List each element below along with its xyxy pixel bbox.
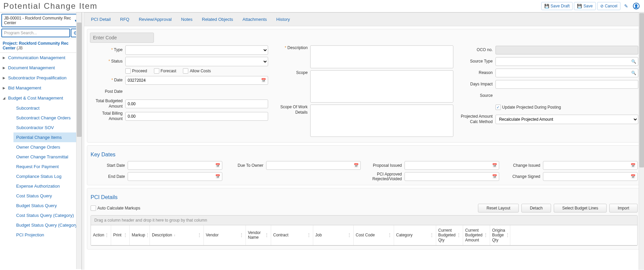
change-issued-input[interactable]	[543, 161, 638, 170]
total-billing-input[interactable]	[125, 112, 268, 121]
due-owner-input[interactable]	[266, 161, 361, 170]
column-header[interactable]: Vendor Name⋮	[246, 225, 271, 245]
column-header[interactable]: Current Budgeted Amount⋮	[463, 225, 490, 245]
sidebar-item[interactable]: Subcontract	[13, 103, 82, 113]
end-date-input[interactable]	[128, 172, 222, 181]
column-menu-icon[interactable]: ⋮	[456, 232, 461, 238]
tab[interactable]: History	[276, 16, 290, 23]
reason-input[interactable]	[495, 69, 638, 77]
cancel-button[interactable]: ⊘Cancel	[597, 2, 620, 10]
tab[interactable]: Related Objects	[202, 16, 233, 23]
column-header[interactable]: Job⋮	[313, 225, 354, 245]
project-selector[interactable]: JB-00001 - Rockford Community Rec Center…	[1, 14, 80, 27]
tab[interactable]: PCI Detail	[91, 16, 111, 23]
column-menu-icon[interactable]: ⋮	[123, 232, 127, 238]
sidebar-item[interactable]: Cost Status Query (Category)	[13, 210, 82, 220]
auto-calc-checkbox[interactable]: Auto Calculate Markups	[91, 205, 140, 211]
column-menu-icon[interactable]: ⋮	[104, 232, 109, 238]
days-impact-input[interactable]	[495, 80, 638, 89]
sidebar-item[interactable]: Expense Authorization	[13, 181, 82, 191]
column-menu-icon[interactable]: ⋮	[239, 232, 244, 238]
sidebar-item[interactable]: Request For Payment	[13, 162, 82, 171]
oco-input	[495, 46, 638, 54]
column-header[interactable]: Category⋮	[394, 225, 436, 245]
calc-method-select[interactable]: Recalculate Projected Amount	[495, 115, 638, 124]
description-textarea[interactable]	[310, 45, 453, 68]
column-header[interactable]: Markup⋮	[130, 225, 150, 245]
scope-textarea[interactable]	[310, 70, 453, 103]
project-link[interactable]: Project: Rockford Community Rec Center (…	[0, 39, 82, 53]
sidebar-item[interactable]: Subcontract Change Orders	[13, 113, 82, 123]
sidebar-item[interactable]: Owner Change Transmittal	[13, 152, 82, 162]
tab[interactable]: Notes	[181, 16, 193, 23]
sidebar-section[interactable]: ◢Budget & Cost Management	[0, 93, 82, 103]
column-menu-icon[interactable]: ⋮	[483, 232, 488, 238]
sidebar-item[interactable]: Cost Status Query	[13, 191, 82, 201]
date-input[interactable]	[125, 76, 268, 85]
enter-code-input[interactable]	[90, 33, 154, 43]
sidebar-item[interactable]: Budget Status Query (Category)	[13, 220, 82, 230]
update-projected-checkbox[interactable]: ✓Update Projected During Posting	[495, 105, 561, 110]
pci-details-title: PCI Details	[91, 194, 638, 200]
program-search-input[interactable]	[1, 29, 70, 37]
tab[interactable]: RFQ	[120, 16, 129, 23]
group-by-bar[interactable]: Drag a column header and drop it here to…	[91, 216, 637, 225]
sidebar-scrollbar[interactable]	[76, 12, 82, 269]
sidebar-section[interactable]: ▶Bid Management	[0, 83, 82, 93]
sidebar-item[interactable]: Subcontractor SOV	[13, 123, 82, 132]
status-select[interactable]	[125, 57, 268, 66]
column-menu-icon[interactable]: ⋮	[197, 232, 201, 238]
sidebar-section[interactable]: ▶Subcontractor Prequalification	[0, 73, 82, 83]
detach-button[interactable]: Detach	[521, 204, 551, 213]
column-menu-icon[interactable]: ⋮	[264, 232, 269, 238]
content-area: PCI DetailRFQReview/ApprovalNotesRelated…	[84, 12, 644, 270]
column-header[interactable]: Vendor⋮	[204, 225, 246, 245]
column-header[interactable]: Description ↑⋮	[150, 225, 204, 245]
proposal-issued-input[interactable]	[405, 161, 499, 170]
sidebar-section[interactable]: ▶Document Management	[0, 63, 82, 73]
edit-icon-button[interactable]: ✎	[622, 2, 631, 10]
sidebar: JB-00001 - Rockford Community Rec Center…	[0, 12, 82, 270]
arrow-right-icon: ▶	[3, 56, 7, 60]
type-select[interactable]	[125, 45, 268, 55]
column-menu-icon[interactable]: ⋮	[505, 232, 510, 238]
tab[interactable]: Attachments	[243, 16, 267, 23]
sidebar-item[interactable]: Budget Status Query	[13, 201, 82, 210]
source-type-input[interactable]	[495, 57, 638, 66]
column-header[interactable]: Current Budgeted Qty⋮	[436, 225, 463, 245]
column-header[interactable]: Origina Budge Qty⋮	[490, 225, 510, 245]
change-signed-input[interactable]	[543, 172, 638, 181]
column-menu-icon[interactable]: ⋮	[429, 232, 434, 238]
reset-layout-button[interactable]: Reset Layout	[478, 204, 519, 213]
sidebar-item[interactable]: Potential Change Items	[13, 132, 82, 142]
proceed-checkbox[interactable]: Proceed	[125, 68, 147, 74]
sidebar-item[interactable]: Compliance Status Log	[13, 171, 82, 181]
forecast-checkbox[interactable]: Forecast	[154, 68, 176, 74]
splitter[interactable]	[82, 12, 84, 270]
column-header[interactable]: Print⋮	[111, 225, 130, 245]
tab[interactable]: Review/Approval	[139, 16, 172, 23]
column-menu-icon[interactable]: ⋮	[145, 232, 150, 238]
user-icon: 👤	[633, 3, 640, 9]
start-date-input[interactable]	[128, 161, 222, 170]
sidebar-item[interactable]: PCI Projection	[13, 230, 82, 240]
scope-details-textarea[interactable]	[310, 105, 453, 137]
title-actions: 💾Save Draft 💾Save ⊘Cancel ✎ 👤	[541, 2, 641, 10]
column-header[interactable]: Cost Code⋮	[354, 225, 394, 245]
total-budgeted-input[interactable]	[125, 100, 268, 108]
content-scrollbar[interactable]	[639, 12, 644, 270]
select-budget-lines-button[interactable]: Select Budget Lines	[554, 204, 607, 213]
column-header[interactable]: Contract⋮	[271, 225, 313, 245]
save-draft-button[interactable]: 💾Save Draft	[541, 2, 573, 10]
save-button[interactable]: 💾Save	[574, 2, 595, 10]
column-header[interactable]: Action⋮	[91, 225, 111, 245]
column-menu-icon[interactable]: ⋮	[387, 232, 392, 238]
allow-costs-checkbox[interactable]: Allow Costs	[183, 68, 211, 74]
import-button[interactable]: Import	[609, 204, 638, 213]
user-icon-button[interactable]: 👤	[632, 2, 641, 10]
sidebar-section[interactable]: ▶Communication Management	[0, 53, 82, 63]
column-menu-icon[interactable]: ⋮	[307, 232, 311, 238]
sidebar-item[interactable]: Owner Change Orders	[13, 142, 82, 152]
column-menu-icon[interactable]: ⋮	[347, 232, 351, 238]
pci-approved-input[interactable]	[405, 172, 499, 181]
